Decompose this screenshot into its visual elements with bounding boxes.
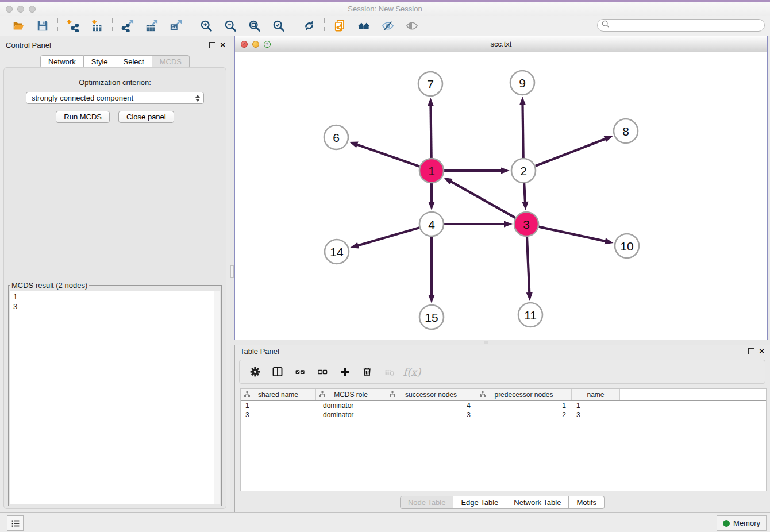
graph-edge-3-1[interactable] <box>444 178 515 218</box>
zoom-fit-icon[interactable] <box>247 18 262 33</box>
delete-column-icon[interactable] <box>361 365 374 378</box>
close-panel-button[interactable]: Close panel <box>118 111 174 123</box>
network-close-button[interactable] <box>241 41 248 48</box>
graph-node-4[interactable]: 4 <box>419 212 444 236</box>
show-all-icon[interactable] <box>405 18 419 33</box>
export-image-icon[interactable] <box>168 18 183 33</box>
tab-node-table[interactable]: Node Table <box>400 496 454 509</box>
dropdown-value: strongly connected component <box>32 94 133 102</box>
graph-edge-3-11[interactable] <box>526 237 533 301</box>
graph-node-1[interactable]: 1 <box>419 159 444 183</box>
table-cell[interactable]: 4 <box>386 402 476 410</box>
graph-edge-4-3[interactable] <box>444 221 513 227</box>
table-cell[interactable]: 3 <box>386 411 476 419</box>
table-cell[interactable]: 1 <box>572 402 620 410</box>
task-history-button[interactable] <box>7 515 24 531</box>
table-cell[interactable]: dominator <box>316 402 386 410</box>
graph-node-3[interactable]: 3 <box>514 212 538 236</box>
graph-node-9[interactable]: 9 <box>510 71 534 95</box>
graph-edge-3-10[interactable] <box>538 227 613 245</box>
table-cell[interactable]: 1 <box>476 402 572 410</box>
column-header-name[interactable]: name <box>572 389 620 400</box>
run-mcds-button[interactable]: Run MCDS <box>56 111 110 123</box>
memory-status-icon <box>723 520 730 527</box>
refresh-view-icon[interactable] <box>302 18 317 33</box>
network-minimize-button[interactable] <box>252 41 259 48</box>
close-panel-icon[interactable]: × <box>220 42 225 48</box>
column-header-MCDS-role[interactable]: MCDS role <box>316 389 386 400</box>
memory-label: Memory <box>733 519 760 527</box>
close-table-panel-icon[interactable]: × <box>759 348 764 354</box>
graph-node-8[interactable]: 8 <box>614 119 638 143</box>
table-cell[interactable]: 2 <box>476 411 572 419</box>
tab-select[interactable]: Select <box>116 55 152 68</box>
zoom-selected-icon[interactable] <box>271 18 286 33</box>
import-table-icon[interactable] <box>90 18 105 33</box>
float-panel-icon[interactable] <box>209 42 215 48</box>
graph-edge-1-7[interactable] <box>428 98 434 158</box>
tab-mcds[interactable]: MCDS <box>152 55 190 68</box>
column-header-shared-name[interactable]: shared name <box>241 389 316 400</box>
graph-node-2[interactable]: 2 <box>511 159 536 183</box>
tab-motifs[interactable]: Motifs <box>569 496 605 509</box>
tab-network[interactable]: Network <box>40 55 84 68</box>
horizontal-splitter[interactable] <box>234 340 770 345</box>
table-cell[interactable]: 3 <box>572 411 620 419</box>
network-document-icon[interactable] <box>332 18 347 33</box>
result-scrollbar[interactable] <box>214 291 220 504</box>
memory-button[interactable]: Memory <box>717 515 767 531</box>
graph-edge-2-8[interactable] <box>536 136 613 166</box>
home-icon[interactable] <box>356 18 371 33</box>
tab-network-table[interactable]: Network Table <box>506 496 569 509</box>
table-cell[interactable]: 3 <box>241 411 316 419</box>
network-window-titlebar[interactable]: scc.txt <box>235 36 767 52</box>
graph-edge-4-15[interactable] <box>428 237 434 303</box>
table-cell[interactable]: dominator <box>316 411 386 419</box>
graph-edge-4-14[interactable] <box>350 228 419 248</box>
graph-node-10[interactable]: 10 <box>615 234 639 258</box>
select-unchecked-icon[interactable] <box>316 365 329 378</box>
graph-edge-1-2[interactable] <box>444 167 510 174</box>
minimize-window-button[interactable] <box>17 6 24 13</box>
mcds-result-text[interactable]: 1 3 <box>10 291 220 504</box>
graph-node-14[interactable]: 14 <box>325 240 349 264</box>
table-cell[interactable]: 1 <box>241 402 316 410</box>
close-window-button[interactable] <box>6 6 13 13</box>
export-network-icon[interactable] <box>120 18 135 33</box>
tree-column-icon <box>479 391 486 399</box>
table-row[interactable]: 3dominator323 <box>241 410 766 419</box>
toggle-panel-icon[interactable] <box>271 365 284 378</box>
open-session-icon[interactable] <box>11 18 26 33</box>
graph-edge-2-9[interactable] <box>519 97 526 158</box>
column-header-predecessor-nodes[interactable]: predecessor nodes <box>476 389 572 400</box>
graph-edge-1-4[interactable] <box>428 183 434 210</box>
import-network-icon[interactable] <box>66 18 80 33</box>
tab-style[interactable]: Style <box>84 55 116 68</box>
table-row[interactable]: 1dominator411 <box>241 401 766 410</box>
export-table-icon[interactable] <box>144 18 159 33</box>
zoom-out-icon[interactable] <box>223 18 238 33</box>
hide-selected-icon[interactable] <box>380 18 395 33</box>
graph-node-7[interactable]: 7 <box>418 72 442 96</box>
graph-node-11[interactable]: 11 <box>518 303 542 327</box>
search-input[interactable] <box>597 19 765 32</box>
graph-node-15[interactable]: 15 <box>419 305 444 329</box>
horizontal-splitter-handle[interactable] <box>484 341 488 344</box>
graph-edge-2-3[interactable] <box>522 183 528 210</box>
graph-edge-1-6[interactable] <box>349 142 420 167</box>
add-column-icon[interactable] <box>338 365 351 378</box>
graph-node-6[interactable]: 6 <box>324 125 348 149</box>
network-canvas[interactable]: 7968124314101511 <box>235 52 767 340</box>
tab-edge-table[interactable]: Edge Table <box>453 496 506 509</box>
settings-gear-icon[interactable] <box>249 365 261 378</box>
vertical-splitter-handle[interactable] <box>230 265 234 278</box>
zoom-in-icon[interactable] <box>199 18 214 33</box>
save-session-icon[interactable] <box>35 18 50 33</box>
zoom-window-button[interactable] <box>29 6 36 13</box>
network-maximize-button[interactable] <box>264 41 271 48</box>
optimization-criterion-dropdown[interactable]: strongly connected component <box>26 92 204 104</box>
select-checked-icon[interactable] <box>294 365 306 378</box>
column-header-successor-nodes[interactable]: successor nodes <box>386 389 476 400</box>
svg-text:3: 3 <box>523 218 530 231</box>
float-table-panel-icon[interactable] <box>748 348 754 354</box>
